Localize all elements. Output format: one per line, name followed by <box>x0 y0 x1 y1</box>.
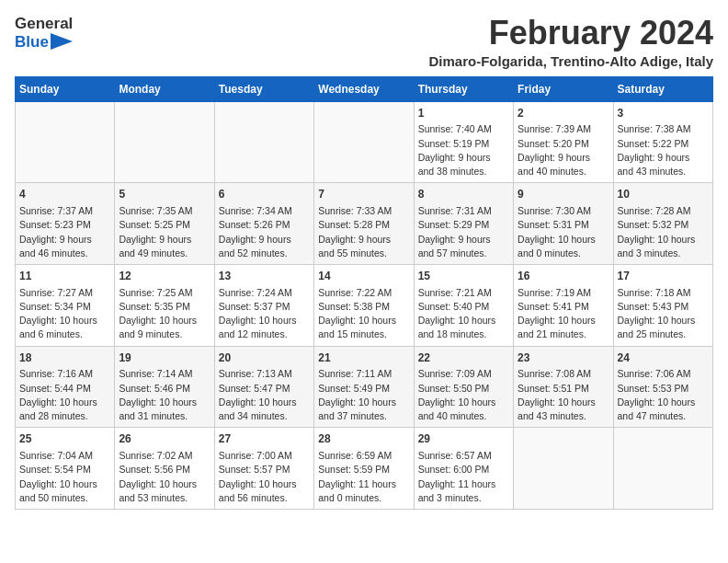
table-row: 3Sunrise: 7:38 AMSunset: 5:22 PMDaylight… <box>613 101 712 183</box>
day-info: Sunrise: 7:06 AMSunset: 5:53 PMDaylight:… <box>618 367 709 423</box>
day-info: Sunrise: 7:34 AMSunset: 5:26 PMDaylight:… <box>219 204 310 260</box>
day-number: 19 <box>119 350 210 366</box>
day-info: Sunrise: 7:33 AMSunset: 5:28 PMDaylight:… <box>318 204 409 260</box>
day-number: 4 <box>19 187 110 202</box>
day-info: Sunrise: 6:57 AMSunset: 6:00 PMDaylight:… <box>418 449 509 505</box>
day-info: Sunrise: 7:28 AMSunset: 5:32 PMDaylight:… <box>618 204 709 260</box>
day-info: Sunrise: 7:24 AMSunset: 5:37 PMDaylight:… <box>219 286 310 342</box>
header-friday: Friday <box>514 76 613 101</box>
table-row <box>214 101 313 183</box>
table-row <box>115 101 214 183</box>
header-wednesday: Wednesday <box>314 76 414 101</box>
day-number: 11 <box>19 269 110 284</box>
calendar-week-row: 1Sunrise: 7:40 AMSunset: 5:19 PMDaylight… <box>16 101 713 183</box>
table-row: 16Sunrise: 7:19 AMSunset: 5:41 PMDayligh… <box>514 264 613 346</box>
table-row <box>514 428 613 510</box>
table-row: 27Sunrise: 7:00 AMSunset: 5:57 PMDayligh… <box>214 428 313 510</box>
day-number: 10 <box>618 187 709 202</box>
table-row: 29Sunrise: 6:57 AMSunset: 6:00 PMDayligh… <box>414 428 513 510</box>
day-number: 12 <box>119 269 210 284</box>
day-info: Sunrise: 7:08 AMSunset: 5:51 PMDaylight:… <box>518 367 609 423</box>
table-row: 26Sunrise: 7:02 AMSunset: 5:56 PMDayligh… <box>115 428 214 510</box>
day-info: Sunrise: 7:21 AMSunset: 5:40 PMDaylight:… <box>418 286 509 342</box>
table-row: 6Sunrise: 7:34 AMSunset: 5:26 PMDaylight… <box>214 183 313 265</box>
location-subtitle: Dimaro-Folgarida, Trentino-Alto Adige, I… <box>429 53 713 69</box>
day-number: 18 <box>19 350 110 366</box>
day-number: 23 <box>518 350 609 366</box>
day-number: 16 <box>518 269 609 284</box>
table-row: 1Sunrise: 7:40 AMSunset: 5:19 PMDaylight… <box>414 101 513 183</box>
day-number: 1 <box>418 106 509 121</box>
header-sunday: Sunday <box>16 76 115 101</box>
day-info: Sunrise: 7:02 AMSunset: 5:56 PMDaylight:… <box>119 449 210 505</box>
day-number: 21 <box>318 350 409 366</box>
calendar-week-row: 4Sunrise: 7:37 AMSunset: 5:23 PMDaylight… <box>16 183 713 265</box>
svg-marker-0 <box>51 33 73 50</box>
day-number: 25 <box>19 431 110 447</box>
table-row: 15Sunrise: 7:21 AMSunset: 5:40 PMDayligh… <box>414 264 513 346</box>
table-row: 2Sunrise: 7:39 AMSunset: 5:20 PMDaylight… <box>514 101 613 183</box>
logo-icon <box>51 33 73 50</box>
day-info: Sunrise: 7:04 AMSunset: 5:54 PMDaylight:… <box>19 449 110 505</box>
table-row: 18Sunrise: 7:16 AMSunset: 5:44 PMDayligh… <box>16 346 115 428</box>
day-info: Sunrise: 7:09 AMSunset: 5:50 PMDaylight:… <box>418 367 509 423</box>
table-row: 19Sunrise: 7:14 AMSunset: 5:46 PMDayligh… <box>115 346 214 428</box>
header-tuesday: Tuesday <box>214 76 313 101</box>
day-number: 3 <box>618 106 709 121</box>
logo-blue: Blue <box>15 33 49 52</box>
table-row: 7Sunrise: 7:33 AMSunset: 5:28 PMDaylight… <box>314 183 414 265</box>
day-number: 20 <box>219 350 310 366</box>
table-row: 22Sunrise: 7:09 AMSunset: 5:50 PMDayligh… <box>414 346 513 428</box>
calendar-table: Sunday Monday Tuesday Wednesday Thursday… <box>15 76 713 510</box>
day-number: 13 <box>219 269 310 284</box>
table-row: 28Sunrise: 6:59 AMSunset: 5:59 PMDayligh… <box>314 428 414 510</box>
day-info: Sunrise: 7:25 AMSunset: 5:35 PMDaylight:… <box>119 286 210 342</box>
day-number: 26 <box>119 431 210 447</box>
day-number: 17 <box>618 269 709 284</box>
day-info: Sunrise: 7:22 AMSunset: 5:38 PMDaylight:… <box>318 286 409 342</box>
day-number: 8 <box>418 187 509 202</box>
table-row: 14Sunrise: 7:22 AMSunset: 5:38 PMDayligh… <box>314 264 414 346</box>
day-info: Sunrise: 7:00 AMSunset: 5:57 PMDaylight:… <box>219 449 310 505</box>
day-number: 2 <box>518 106 609 121</box>
day-info: Sunrise: 7:35 AMSunset: 5:25 PMDaylight:… <box>119 204 210 260</box>
day-number: 29 <box>418 431 509 447</box>
day-number: 9 <box>518 187 609 202</box>
table-row: 20Sunrise: 7:13 AMSunset: 5:47 PMDayligh… <box>214 346 313 428</box>
table-row: 11Sunrise: 7:27 AMSunset: 5:34 PMDayligh… <box>16 264 115 346</box>
day-info: Sunrise: 7:16 AMSunset: 5:44 PMDaylight:… <box>19 367 110 423</box>
day-number: 5 <box>119 187 210 202</box>
day-info: Sunrise: 7:31 AMSunset: 5:29 PMDaylight:… <box>418 204 509 260</box>
day-number: 24 <box>618 350 709 366</box>
day-info: Sunrise: 7:19 AMSunset: 5:41 PMDaylight:… <box>518 286 609 342</box>
table-row: 17Sunrise: 7:18 AMSunset: 5:43 PMDayligh… <box>613 264 712 346</box>
day-info: Sunrise: 7:37 AMSunset: 5:23 PMDaylight:… <box>19 204 110 260</box>
day-info: Sunrise: 7:38 AMSunset: 5:22 PMDaylight:… <box>618 122 709 178</box>
day-number: 6 <box>219 187 310 202</box>
table-row: 10Sunrise: 7:28 AMSunset: 5:32 PMDayligh… <box>613 183 712 265</box>
table-row: 13Sunrise: 7:24 AMSunset: 5:37 PMDayligh… <box>214 264 313 346</box>
calendar-week-row: 25Sunrise: 7:04 AMSunset: 5:54 PMDayligh… <box>16 428 713 510</box>
logo: General Blue <box>15 15 73 51</box>
day-info: Sunrise: 7:27 AMSunset: 5:34 PMDaylight:… <box>19 286 110 342</box>
table-row: 4Sunrise: 7:37 AMSunset: 5:23 PMDaylight… <box>16 183 115 265</box>
month-title: February 2024 <box>429 15 713 52</box>
day-info: Sunrise: 7:40 AMSunset: 5:19 PMDaylight:… <box>418 122 509 178</box>
table-row: 21Sunrise: 7:11 AMSunset: 5:49 PMDayligh… <box>314 346 414 428</box>
calendar-week-row: 18Sunrise: 7:16 AMSunset: 5:44 PMDayligh… <box>16 346 713 428</box>
table-row <box>613 428 712 510</box>
calendar-week-row: 11Sunrise: 7:27 AMSunset: 5:34 PMDayligh… <box>16 264 713 346</box>
day-info: Sunrise: 7:39 AMSunset: 5:20 PMDaylight:… <box>518 122 609 178</box>
table-row: 25Sunrise: 7:04 AMSunset: 5:54 PMDayligh… <box>16 428 115 510</box>
table-row: 8Sunrise: 7:31 AMSunset: 5:29 PMDaylight… <box>414 183 513 265</box>
day-number: 14 <box>318 269 409 284</box>
day-info: Sunrise: 7:13 AMSunset: 5:47 PMDaylight:… <box>219 367 310 423</box>
day-info: Sunrise: 7:18 AMSunset: 5:43 PMDaylight:… <box>618 286 709 342</box>
table-row: 5Sunrise: 7:35 AMSunset: 5:25 PMDaylight… <box>115 183 214 265</box>
calendar-header-row: Sunday Monday Tuesday Wednesday Thursday… <box>16 76 713 101</box>
day-number: 15 <box>418 269 509 284</box>
day-info: Sunrise: 7:30 AMSunset: 5:31 PMDaylight:… <box>518 204 609 260</box>
header-saturday: Saturday <box>613 76 712 101</box>
page-header: General Blue February 2024 Dimaro-Folgar… <box>15 15 713 69</box>
table-row <box>16 101 115 183</box>
